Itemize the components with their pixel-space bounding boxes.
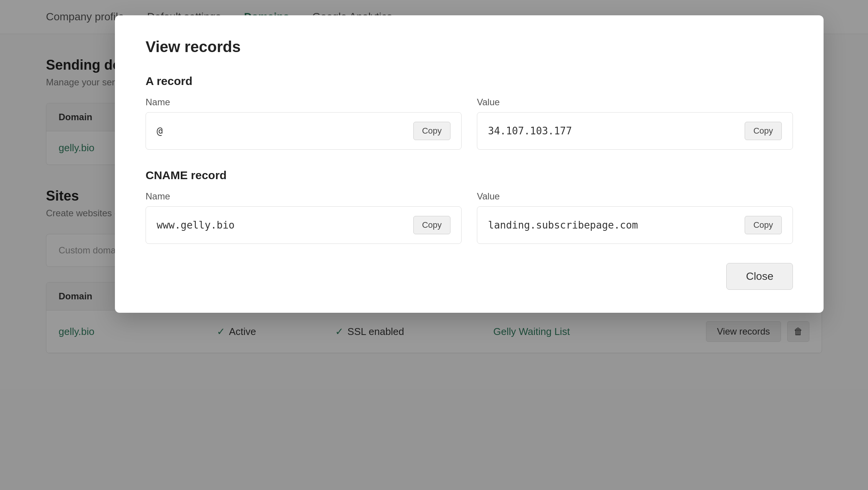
modal-footer: Close (146, 263, 793, 290)
cname-record-name-group: Name www.gelly.bio Copy (146, 191, 462, 244)
modal-close-button[interactable]: Close (726, 263, 793, 290)
cname-record-value-copy-button[interactable]: Copy (745, 216, 782, 234)
view-records-modal: View records A record Name @ Copy Value … (115, 15, 824, 313)
a-record-fields: Name @ Copy Value 34.107.103.177 Copy (146, 97, 793, 150)
a-record-section: A record Name @ Copy Value 34.107.103.17… (146, 75, 793, 150)
a-record-name-label: Name (146, 97, 462, 108)
cname-record-name-label: Name (146, 191, 462, 202)
modal-title: View records (146, 38, 793, 56)
a-record-title: A record (146, 75, 793, 88)
cname-record-value-input: landing.subscribepage.com Copy (477, 206, 793, 244)
cname-record-fields: Name www.gelly.bio Copy Value landing.su… (146, 191, 793, 244)
cname-record-value-value: landing.subscribepage.com (488, 219, 745, 231)
a-record-name-input: @ Copy (146, 112, 462, 150)
cname-record-value-label: Value (477, 191, 793, 202)
cname-record-name-value: www.gelly.bio (157, 219, 413, 231)
a-record-value-input: 34.107.103.177 Copy (477, 112, 793, 150)
cname-record-title: CNAME record (146, 169, 793, 182)
a-record-value-group: Value 34.107.103.177 Copy (477, 97, 793, 150)
cname-record-name-copy-button[interactable]: Copy (413, 216, 450, 234)
a-record-value-copy-button[interactable]: Copy (745, 122, 782, 140)
a-record-name-value: @ (157, 125, 413, 137)
a-record-value-value: 34.107.103.177 (488, 125, 745, 137)
cname-record-section: CNAME record Name www.gelly.bio Copy Val… (146, 169, 793, 244)
a-record-value-label: Value (477, 97, 793, 108)
a-record-name-group: Name @ Copy (146, 97, 462, 150)
cname-record-value-group: Value landing.subscribepage.com Copy (477, 191, 793, 244)
cname-record-name-input: www.gelly.bio Copy (146, 206, 462, 244)
a-record-name-copy-button[interactable]: Copy (413, 122, 450, 140)
